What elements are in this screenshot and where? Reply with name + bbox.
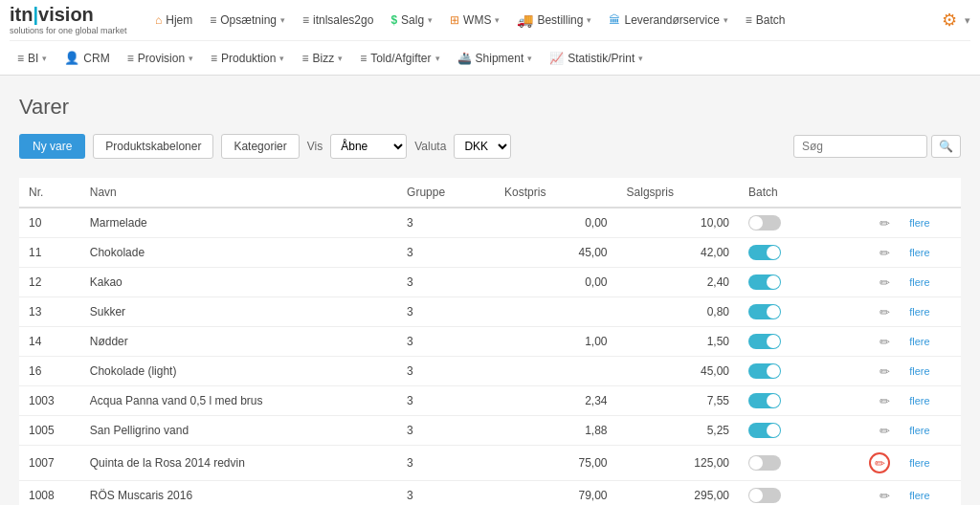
nav-items-row2: ≡ BI ▾ 👤 CRM ≡ Provision ▾ ≡ Produktion … — [10, 47, 970, 69]
batch-toggle[interactable] — [748, 245, 781, 260]
cell-gruppe: 3 — [397, 416, 495, 446]
cell-gruppe: 3 — [397, 297, 495, 327]
nav-itnlsales2go-label: itnlsales2go — [313, 13, 373, 27]
cell-navn: RÖS Muscaris 2016 — [80, 481, 397, 506]
cell-edit: ✏ — [849, 446, 901, 481]
table-row: 14 Nødder 3 1,00 1,50 ✏ flere — [19, 327, 961, 357]
search-area: 🔍 — [793, 135, 961, 158]
nav-opsaetning[interactable]: ≡ Opsætning ▾ — [202, 10, 293, 31]
kategorier-button[interactable]: Kategorier — [221, 134, 299, 159]
vis-label: Vis — [307, 140, 323, 153]
nav-bi[interactable]: ≡ BI ▾ — [10, 48, 55, 69]
menu-icon: ≡ — [210, 13, 216, 27]
nav-shipment[interactable]: 🚢 Shipment ▾ — [450, 48, 541, 69]
valuta-select[interactable]: DKK EUR USD — [454, 134, 511, 159]
vis-select[interactable]: Åbne Alle Lukkede — [330, 134, 407, 159]
edit-icon[interactable]: ✏ — [880, 335, 890, 349]
cell-more: flere — [900, 416, 961, 446]
edit-icon[interactable]: ✏ — [880, 246, 890, 260]
cell-edit: ✏ — [849, 357, 901, 386]
nav-user-arrow[interactable]: ▾ — [965, 14, 970, 27]
table-row: 11 Chokolade 3 45,00 42,00 ✏ flere — [19, 238, 961, 268]
box-icon: ⊞ — [450, 13, 459, 27]
nav-crm[interactable]: 👤 CRM — [56, 47, 117, 69]
more-link[interactable]: flere — [909, 336, 929, 347]
more-link[interactable]: flere — [909, 276, 929, 288]
nav-told[interactable]: ≡ Told/Afgifter ▾ — [352, 48, 447, 69]
edit-circled-icon[interactable]: ✏ — [869, 452, 890, 473]
nav-batch[interactable]: ≡ Batch — [738, 10, 793, 31]
nav-row-1: itn|vision solutions for one global mark… — [10, 0, 970, 40]
batch-toggle[interactable] — [748, 455, 781, 471]
nav-provision[interactable]: ≡ Provision ▾ — [120, 48, 201, 69]
menu-icon-provision: ≡ — [127, 52, 134, 65]
edit-icon[interactable]: ✏ — [880, 424, 890, 438]
cell-nr: 1003 — [19, 386, 80, 416]
cell-nr: 10 — [19, 208, 80, 238]
cell-more: flere — [900, 357, 961, 386]
cell-salgspris: 125,00 — [617, 446, 739, 481]
edit-icon[interactable]: ✏ — [880, 305, 890, 319]
edit-icon[interactable]: ✏ — [880, 489, 890, 503]
edit-icon[interactable]: ✏ — [880, 364, 890, 379]
more-link[interactable]: flere — [909, 490, 929, 501]
nav-statistik[interactable]: 📈 Statistik/Print ▾ — [542, 48, 651, 69]
new-vare-button[interactable]: Ny vare — [19, 134, 85, 159]
batch-toggle[interactable] — [748, 363, 781, 379]
nav-shipment-label: Shipment — [476, 52, 524, 65]
batch-toggle[interactable] — [748, 423, 781, 438]
edit-icon[interactable]: ✏ — [880, 275, 890, 290]
nav-itnlsales2go[interactable]: ≡ itnlsales2go — [295, 10, 381, 31]
batch-toggle[interactable] — [748, 393, 781, 408]
cell-salgspris: 45,00 — [617, 357, 739, 386]
cell-batch — [739, 416, 849, 446]
search-input[interactable] — [793, 135, 927, 158]
produktskabeloner-button[interactable]: Produktskabeloner — [93, 134, 213, 159]
chevron-down-icon-bizz: ▾ — [338, 54, 343, 63]
batch-toggle[interactable] — [748, 488, 781, 503]
batch-toggle[interactable] — [748, 334, 781, 349]
nav-hjem[interactable]: ⌂ Hjem — [147, 10, 200, 31]
nav-bizz-label: Bizz — [312, 52, 334, 65]
cell-edit: ✏ — [849, 238, 901, 268]
batch-toggle[interactable] — [748, 304, 781, 319]
cell-gruppe: 3 — [397, 357, 495, 386]
toggle-knob — [749, 456, 763, 470]
more-link[interactable]: flere — [909, 457, 929, 469]
nav-bizz[interactable]: ≡ Bizz ▾ — [294, 48, 350, 69]
nav-salg[interactable]: $ Salg ▾ — [383, 10, 440, 31]
edit-icon[interactable]: ✏ — [880, 216, 890, 231]
more-link[interactable]: flere — [909, 217, 929, 229]
more-link[interactable]: flere — [909, 425, 929, 436]
nav-told-label: Told/Afgifter — [370, 52, 431, 65]
cell-nr: 1008 — [19, 481, 80, 506]
more-link[interactable]: flere — [909, 306, 929, 318]
nav-wms[interactable]: ⊞ WMS ▾ — [442, 10, 507, 31]
cell-kostpris: 75,00 — [495, 446, 616, 481]
cell-more: flere — [900, 297, 961, 327]
batch-toggle[interactable] — [748, 215, 781, 231]
dollar-icon: $ — [390, 13, 397, 27]
cell-edit: ✏ — [849, 208, 901, 238]
more-link[interactable]: flere — [909, 247, 929, 258]
chevron-down-icon3: ▾ — [495, 15, 500, 25]
search-button[interactable]: 🔍 — [931, 135, 961, 158]
more-link[interactable]: flere — [909, 365, 929, 377]
nav-produktion[interactable]: ≡ Produktion ▾ — [203, 48, 292, 69]
cell-salgspris: 1,50 — [617, 327, 739, 357]
table-row: 1005 San Pelligrino vand 3 1,88 5,25 ✏ f… — [19, 416, 961, 446]
edit-icon[interactable]: ✏ — [880, 394, 890, 408]
gear-icon[interactable]: ⚙ — [942, 10, 957, 31]
nav-row-2: ≡ BI ▾ 👤 CRM ≡ Provision ▾ ≡ Produktion … — [10, 40, 970, 75]
toggle-knob — [767, 275, 780, 289]
batch-toggle[interactable] — [748, 274, 781, 290]
cell-salgspris: 10,00 — [617, 208, 739, 238]
cell-navn: Sukker — [80, 297, 397, 327]
action-icons: ✏ — [858, 489, 891, 503]
nav-leverandorservice[interactable]: 🏛 Leverandørservice ▾ — [601, 10, 735, 31]
cell-navn: Acqua Panna vand 0,5 l med brus — [80, 386, 397, 416]
nav-bestilling[interactable]: 🚚 Bestilling ▾ — [509, 9, 599, 32]
cell-more: flere — [900, 446, 961, 481]
more-link[interactable]: flere — [909, 395, 929, 406]
table-row: 1007 Quinta de la Rosa 2014 redvin 3 75,… — [19, 446, 961, 481]
